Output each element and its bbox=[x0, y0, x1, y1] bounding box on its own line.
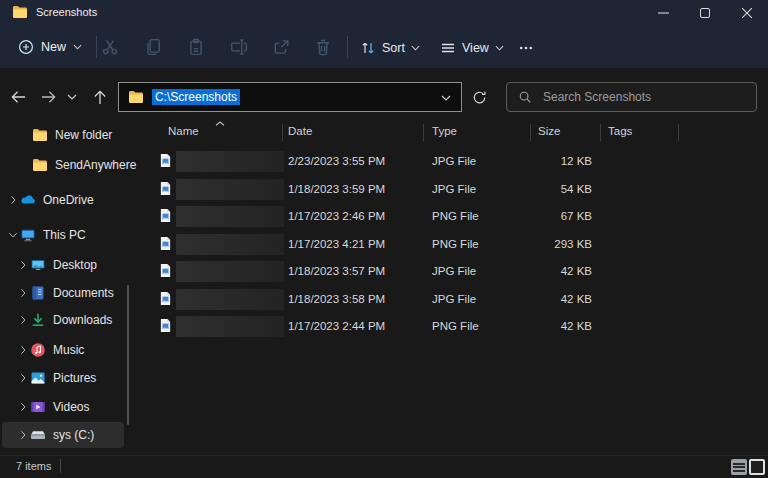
sidebar-item-sys-c[interactable]: sys (C:) bbox=[2, 422, 124, 448]
column-separator[interactable] bbox=[678, 124, 679, 141]
new-button[interactable]: New bbox=[14, 35, 86, 59]
chevron-right-icon[interactable] bbox=[6, 195, 20, 205]
sidebar-item-desktop[interactable]: Desktop bbox=[2, 252, 124, 278]
file-row[interactable]: 1/17/2023 4:21 PM PNG File 293 KB bbox=[130, 231, 764, 257]
image-file-icon bbox=[159, 318, 172, 333]
image-file-icon bbox=[159, 153, 172, 168]
toolbar-separator bbox=[96, 36, 97, 58]
column-header-name[interactable]: Name bbox=[168, 125, 199, 137]
music-icon bbox=[30, 342, 46, 358]
sidebar-item-downloads[interactable]: Downloads bbox=[2, 307, 124, 333]
file-date: 1/17/2023 2:44 PM bbox=[288, 313, 385, 339]
sidebar-item-onedrive[interactable]: OneDrive bbox=[2, 187, 124, 213]
share-icon[interactable] bbox=[272, 38, 290, 56]
sidebar-item-label: SendAnywhere bbox=[55, 158, 136, 172]
sidebar-item-label: New folder bbox=[55, 128, 112, 142]
sidebar-item-documents[interactable]: Documents bbox=[2, 280, 124, 306]
file-date: 1/18/2023 3:58 PM bbox=[288, 286, 385, 312]
address-bar[interactable]: C:\Screenshots bbox=[118, 82, 462, 112]
chevron-right-icon[interactable] bbox=[16, 402, 30, 412]
chevron-right-icon[interactable] bbox=[16, 315, 30, 325]
file-row[interactable]: 2/23/2023 3:55 PM JPG File 12 KB bbox=[130, 148, 764, 174]
chevron-down-icon bbox=[411, 45, 420, 51]
sidebar-item-label: OneDrive bbox=[43, 193, 94, 207]
address-path-selected[interactable]: C:\Screenshots bbox=[152, 89, 240, 105]
column-separator[interactable] bbox=[600, 124, 601, 141]
chevron-right-icon[interactable] bbox=[16, 430, 30, 440]
more-button[interactable] bbox=[514, 37, 538, 59]
file-date: 1/18/2023 3:57 PM bbox=[288, 258, 385, 284]
file-size: 67 KB bbox=[460, 203, 592, 229]
minimize-button[interactable] bbox=[642, 0, 684, 26]
drive-icon bbox=[30, 427, 46, 443]
column-separator[interactable] bbox=[282, 124, 283, 141]
chevron-down-icon bbox=[73, 44, 82, 50]
copy-icon[interactable] bbox=[144, 38, 162, 56]
column-separator[interactable] bbox=[530, 124, 531, 141]
file-size: 42 KB bbox=[460, 286, 592, 312]
chevron-right-icon[interactable] bbox=[16, 345, 30, 355]
titlebar: Screenshots bbox=[0, 0, 768, 26]
details-view-toggle-icon[interactable] bbox=[731, 459, 747, 475]
sidebar-item-label: sys (C:) bbox=[53, 428, 94, 442]
file-row[interactable]: 1/18/2023 3:58 PM JPG File 42 KB bbox=[130, 286, 764, 312]
sidebar-item-label: Downloads bbox=[53, 313, 112, 327]
column-header-size[interactable]: Size bbox=[538, 125, 560, 137]
sidebar-item-new-folder[interactable]: New folder bbox=[2, 122, 124, 148]
search-input[interactable] bbox=[541, 89, 735, 105]
documents-icon bbox=[30, 285, 46, 301]
sidebar-item-videos[interactable]: Videos bbox=[2, 394, 124, 420]
sidebar-item-label: Videos bbox=[53, 400, 89, 414]
chevron-right-icon[interactable] bbox=[16, 288, 30, 298]
large-icons-view-toggle-icon[interactable] bbox=[749, 459, 765, 475]
sidebar-item-label: Music bbox=[53, 343, 84, 357]
chevron-down-icon bbox=[495, 45, 504, 51]
maximize-button[interactable] bbox=[684, 0, 726, 26]
image-file-icon bbox=[159, 291, 172, 306]
folder-icon bbox=[32, 157, 48, 173]
column-separator[interactable] bbox=[423, 124, 424, 141]
column-header-tags[interactable]: Tags bbox=[608, 125, 632, 137]
column-header-type[interactable]: Type bbox=[432, 125, 457, 137]
chevron-right-icon[interactable] bbox=[16, 373, 30, 383]
status-separator bbox=[60, 459, 61, 473]
file-row[interactable]: 1/17/2023 2:44 PM PNG File 42 KB bbox=[130, 313, 764, 339]
up-button[interactable] bbox=[88, 85, 112, 109]
chevron-down-icon[interactable] bbox=[6, 232, 20, 238]
delete-icon[interactable] bbox=[314, 38, 332, 56]
sidebar-item-pictures[interactable]: Pictures bbox=[2, 365, 124, 391]
search-box[interactable] bbox=[506, 82, 757, 112]
sidebar-item-this-pc[interactable]: This PC bbox=[2, 222, 124, 248]
paste-icon[interactable] bbox=[187, 38, 205, 56]
rename-icon[interactable] bbox=[230, 38, 248, 56]
file-name-redacted bbox=[176, 179, 284, 200]
sidebar-item-sendanywhere[interactable]: SendAnywhere bbox=[2, 152, 124, 178]
view-button[interactable]: View bbox=[436, 37, 508, 59]
file-row[interactable]: 1/17/2023 2:46 PM PNG File 67 KB bbox=[130, 203, 764, 229]
window-controls bbox=[642, 0, 768, 26]
history-chevron-icon[interactable] bbox=[63, 85, 81, 109]
address-dropdown-chevron-icon[interactable] bbox=[441, 95, 451, 101]
view-button-label: View bbox=[462, 41, 489, 55]
toolbar-separator bbox=[347, 36, 348, 58]
forward-button[interactable] bbox=[36, 85, 60, 109]
file-row[interactable]: 1/18/2023 3:57 PM JPG File 42 KB bbox=[130, 258, 764, 284]
sidebar-item-music[interactable]: Music bbox=[2, 337, 124, 363]
file-date: 1/17/2023 2:46 PM bbox=[288, 203, 385, 229]
sort-button[interactable]: Sort bbox=[356, 37, 424, 59]
back-button[interactable] bbox=[6, 85, 30, 109]
this-pc-icon bbox=[20, 227, 36, 243]
close-button[interactable] bbox=[726, 0, 768, 26]
refresh-button[interactable] bbox=[467, 85, 491, 109]
sidebar-scrollbar[interactable] bbox=[127, 285, 129, 425]
cut-icon[interactable] bbox=[101, 38, 119, 56]
explorer-tab[interactable]: Screenshots bbox=[12, 4, 97, 20]
folder-icon bbox=[32, 127, 48, 143]
file-row[interactable]: 1/18/2023 3:59 PM JPG File 54 KB bbox=[130, 176, 764, 202]
file-date: 2/23/2023 3:55 PM bbox=[288, 148, 385, 174]
file-name-redacted bbox=[176, 261, 284, 282]
chevron-right-icon[interactable] bbox=[16, 260, 30, 270]
column-header-date[interactable]: Date bbox=[288, 125, 312, 137]
search-icon bbox=[518, 90, 532, 104]
downloads-icon bbox=[30, 312, 46, 328]
